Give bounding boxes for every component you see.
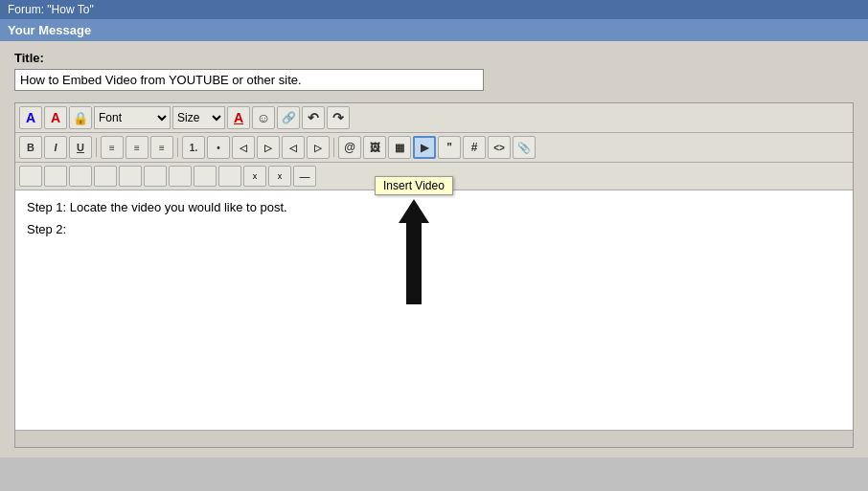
bold-button[interactable]: B	[19, 136, 42, 159]
indent2-decrease-button[interactable]: ◁	[282, 136, 305, 159]
editor-line-1: Step 1: Locate the video you would like …	[27, 200, 841, 214]
section-header: Your Message	[0, 19, 868, 41]
title-input[interactable]	[14, 69, 484, 91]
image-button[interactable]: 🖼	[363, 136, 386, 159]
forum-header: Forum: "How To"	[0, 0, 868, 19]
editor-container: A A 🔒 Font Size A ☺ 🔗 ↶ ↷ B I U ≡ ≡ ≡	[14, 102, 854, 448]
indent-decrease-button[interactable]: ◁	[232, 136, 255, 159]
lock-button[interactable]: 🔒	[69, 106, 92, 129]
link-button[interactable]: 🔗	[277, 106, 300, 129]
forum-header-label: Forum: "How To"	[8, 3, 94, 16]
quote-button[interactable]: "	[438, 136, 461, 159]
align-left-button[interactable]: ≡	[101, 136, 124, 159]
toolbar-row-1: A A 🔒 Font Size A ☺ 🔗 ↶ ↷	[15, 103, 853, 133]
superscript-button[interactable]: x	[268, 166, 291, 187]
hash-button[interactable]: #	[463, 136, 486, 159]
insert-video-button[interactable]: ▶	[413, 136, 436, 159]
align-center-button[interactable]: ≡	[126, 136, 148, 159]
align-right-button[interactable]: ≡	[150, 136, 173, 159]
format-btn-9[interactable]	[218, 166, 241, 187]
separator-1	[96, 138, 97, 157]
form-area: Title: A A 🔒 Font Size A ☺ 🔗 ↶ ↷ B I U	[0, 41, 868, 458]
indent2-increase-button[interactable]: ▷	[307, 136, 330, 159]
italic-button[interactable]: I	[44, 136, 67, 159]
format-btn-5[interactable]	[119, 166, 142, 187]
unordered-list-button[interactable]: •	[207, 136, 230, 159]
editor-line-2: Step 2:	[27, 222, 841, 236]
emoji-button[interactable]: ☺	[252, 106, 275, 129]
section-title: Your Message	[8, 23, 91, 37]
underline-button[interactable]: U	[69, 136, 92, 159]
editor-content[interactable]: Step 1: Locate the video you would like …	[15, 190, 853, 430]
font-color-red-button[interactable]: A	[44, 106, 67, 129]
subscript-button[interactable]: x	[243, 166, 266, 187]
format-btn-8[interactable]	[194, 166, 217, 187]
font-select[interactable]: Font	[94, 106, 171, 129]
separator-2	[177, 138, 178, 157]
format-btn-3[interactable]	[69, 166, 92, 187]
format-btn-7[interactable]	[169, 166, 192, 187]
undo-button[interactable]: ↶	[302, 106, 325, 129]
toolbar-row-2: B I U ≡ ≡ ≡ 1. • ◁ ▷ ◁ ▷ @ 🖼 ▦ ▶ " # <> …	[15, 133, 853, 163]
format-btn-6[interactable]	[144, 166, 167, 187]
redo-button[interactable]: ↷	[327, 106, 350, 129]
editor-status-bar	[15, 430, 853, 447]
email-button[interactable]: @	[338, 136, 361, 159]
ordered-list-button[interactable]: 1.	[182, 136, 205, 159]
editor-wrapper: Step 1: Locate the video you would like …	[15, 190, 853, 430]
text-color-button[interactable]: A	[227, 106, 250, 129]
table-button[interactable]: ▦	[388, 136, 411, 159]
indent-increase-button[interactable]: ▷	[257, 136, 280, 159]
toolbar-row-3: x x —	[15, 163, 853, 190]
format-btn-4[interactable]	[94, 166, 117, 187]
dash-button[interactable]: —	[293, 166, 316, 187]
title-label: Title:	[14, 51, 854, 65]
attach-button[interactable]: 📎	[513, 136, 536, 159]
font-color-blue-button[interactable]: A	[19, 106, 42, 129]
separator-3	[333, 138, 334, 157]
code-button[interactable]: <>	[488, 136, 511, 159]
format-btn-1[interactable]	[19, 166, 42, 187]
format-btn-2[interactable]	[44, 166, 67, 187]
size-select[interactable]: Size	[172, 106, 225, 129]
